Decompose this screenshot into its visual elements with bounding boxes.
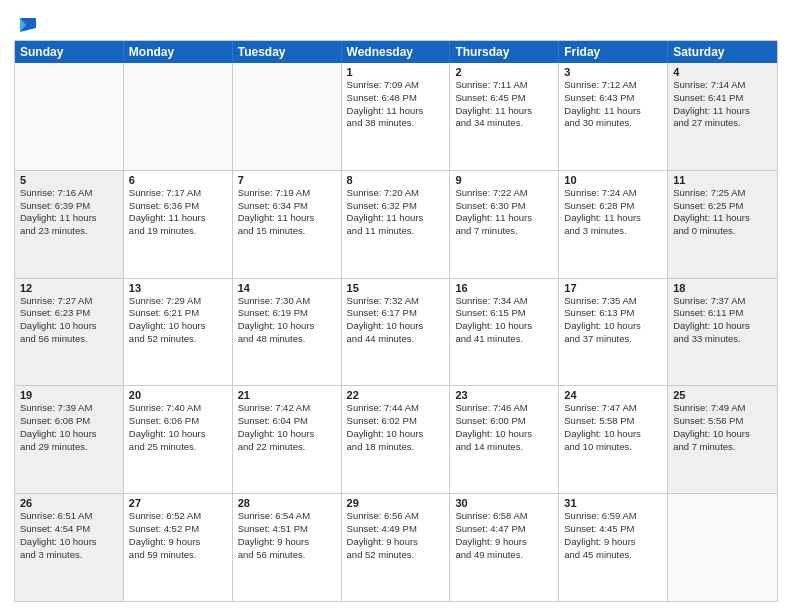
cal-cell-16: 16Sunrise: 7:34 AMSunset: 6:15 PMDayligh…: [450, 279, 559, 386]
col-header-wednesday: Wednesday: [342, 41, 451, 63]
cal-cell-2: 2Sunrise: 7:11 AMSunset: 6:45 PMDaylight…: [450, 63, 559, 170]
cal-cell-6: 6Sunrise: 7:17 AMSunset: 6:36 PMDaylight…: [124, 171, 233, 278]
day-info: Sunrise: 7:17 AMSunset: 6:36 PMDaylight:…: [129, 187, 227, 238]
day-info: Sunrise: 6:54 AMSunset: 4:51 PMDaylight:…: [238, 510, 336, 561]
day-number: 5: [20, 174, 118, 186]
col-header-monday: Monday: [124, 41, 233, 63]
cal-cell-19: 19Sunrise: 7:39 AMSunset: 6:08 PMDayligh…: [15, 386, 124, 493]
col-header-tuesday: Tuesday: [233, 41, 342, 63]
day-number: 31: [564, 497, 662, 509]
day-number: 18: [673, 282, 772, 294]
day-info: Sunrise: 7:11 AMSunset: 6:45 PMDaylight:…: [455, 79, 553, 130]
day-info: Sunrise: 7:40 AMSunset: 6:06 PMDaylight:…: [129, 402, 227, 453]
cal-cell-29: 29Sunrise: 6:56 AMSunset: 4:49 PMDayligh…: [342, 494, 451, 601]
day-info: Sunrise: 7:12 AMSunset: 6:43 PMDaylight:…: [564, 79, 662, 130]
day-info: Sunrise: 7:29 AMSunset: 6:21 PMDaylight:…: [129, 295, 227, 346]
cal-cell-12: 12Sunrise: 7:27 AMSunset: 6:23 PMDayligh…: [15, 279, 124, 386]
cal-cell-18: 18Sunrise: 7:37 AMSunset: 6:11 PMDayligh…: [668, 279, 777, 386]
cal-cell-7: 7Sunrise: 7:19 AMSunset: 6:34 PMDaylight…: [233, 171, 342, 278]
day-info: Sunrise: 7:37 AMSunset: 6:11 PMDaylight:…: [673, 295, 772, 346]
logo-icon: [16, 14, 38, 36]
day-number: 9: [455, 174, 553, 186]
day-info: Sunrise: 7:24 AMSunset: 6:28 PMDaylight:…: [564, 187, 662, 238]
day-number: 2: [455, 66, 553, 78]
day-number: 19: [20, 389, 118, 401]
logo: [14, 14, 38, 34]
cal-cell-empty: [15, 63, 124, 170]
day-info: Sunrise: 7:49 AMSunset: 5:56 PMDaylight:…: [673, 402, 772, 453]
day-info: Sunrise: 7:34 AMSunset: 6:15 PMDaylight:…: [455, 295, 553, 346]
day-number: 10: [564, 174, 662, 186]
day-number: 12: [20, 282, 118, 294]
day-info: Sunrise: 7:42 AMSunset: 6:04 PMDaylight:…: [238, 402, 336, 453]
day-info: Sunrise: 7:25 AMSunset: 6:25 PMDaylight:…: [673, 187, 772, 238]
cal-cell-empty: [233, 63, 342, 170]
day-number: 8: [347, 174, 445, 186]
day-info: Sunrise: 6:51 AMSunset: 4:54 PMDaylight:…: [20, 510, 118, 561]
day-number: 16: [455, 282, 553, 294]
day-number: 25: [673, 389, 772, 401]
col-header-friday: Friday: [559, 41, 668, 63]
col-header-sunday: Sunday: [15, 41, 124, 63]
cal-cell-10: 10Sunrise: 7:24 AMSunset: 6:28 PMDayligh…: [559, 171, 668, 278]
day-info: Sunrise: 7:47 AMSunset: 5:58 PMDaylight:…: [564, 402, 662, 453]
day-info: Sunrise: 7:20 AMSunset: 6:32 PMDaylight:…: [347, 187, 445, 238]
cal-cell-27: 27Sunrise: 6:52 AMSunset: 4:52 PMDayligh…: [124, 494, 233, 601]
cal-cell-24: 24Sunrise: 7:47 AMSunset: 5:58 PMDayligh…: [559, 386, 668, 493]
calendar-body: 1Sunrise: 7:09 AMSunset: 6:48 PMDaylight…: [15, 63, 777, 601]
page: SundayMondayTuesdayWednesdayThursdayFrid…: [0, 0, 792, 612]
day-info: Sunrise: 7:16 AMSunset: 6:39 PMDaylight:…: [20, 187, 118, 238]
header: [14, 10, 778, 34]
week-row-4: 19Sunrise: 7:39 AMSunset: 6:08 PMDayligh…: [15, 386, 777, 494]
cal-cell-25: 25Sunrise: 7:49 AMSunset: 5:56 PMDayligh…: [668, 386, 777, 493]
cal-cell-4: 4Sunrise: 7:14 AMSunset: 6:41 PMDaylight…: [668, 63, 777, 170]
cal-cell-empty: [124, 63, 233, 170]
day-info: Sunrise: 6:52 AMSunset: 4:52 PMDaylight:…: [129, 510, 227, 561]
cal-cell-8: 8Sunrise: 7:20 AMSunset: 6:32 PMDaylight…: [342, 171, 451, 278]
day-info: Sunrise: 7:46 AMSunset: 6:00 PMDaylight:…: [455, 402, 553, 453]
week-row-5: 26Sunrise: 6:51 AMSunset: 4:54 PMDayligh…: [15, 494, 777, 601]
day-number: 29: [347, 497, 445, 509]
cal-cell-20: 20Sunrise: 7:40 AMSunset: 6:06 PMDayligh…: [124, 386, 233, 493]
day-info: Sunrise: 7:22 AMSunset: 6:30 PMDaylight:…: [455, 187, 553, 238]
day-info: Sunrise: 7:32 AMSunset: 6:17 PMDaylight:…: [347, 295, 445, 346]
cal-cell-14: 14Sunrise: 7:30 AMSunset: 6:19 PMDayligh…: [233, 279, 342, 386]
day-number: 20: [129, 389, 227, 401]
cal-cell-21: 21Sunrise: 7:42 AMSunset: 6:04 PMDayligh…: [233, 386, 342, 493]
week-row-2: 5Sunrise: 7:16 AMSunset: 6:39 PMDaylight…: [15, 171, 777, 279]
day-number: 22: [347, 389, 445, 401]
day-info: Sunrise: 7:27 AMSunset: 6:23 PMDaylight:…: [20, 295, 118, 346]
day-number: 13: [129, 282, 227, 294]
day-info: Sunrise: 6:58 AMSunset: 4:47 PMDaylight:…: [455, 510, 553, 561]
day-number: 23: [455, 389, 553, 401]
cal-cell-1: 1Sunrise: 7:09 AMSunset: 6:48 PMDaylight…: [342, 63, 451, 170]
day-number: 30: [455, 497, 553, 509]
day-info: Sunrise: 7:14 AMSunset: 6:41 PMDaylight:…: [673, 79, 772, 130]
day-number: 17: [564, 282, 662, 294]
day-number: 26: [20, 497, 118, 509]
day-info: Sunrise: 7:35 AMSunset: 6:13 PMDaylight:…: [564, 295, 662, 346]
cal-cell-22: 22Sunrise: 7:44 AMSunset: 6:02 PMDayligh…: [342, 386, 451, 493]
day-number: 27: [129, 497, 227, 509]
calendar-header-row: SundayMondayTuesdayWednesdayThursdayFrid…: [15, 41, 777, 63]
cal-cell-13: 13Sunrise: 7:29 AMSunset: 6:21 PMDayligh…: [124, 279, 233, 386]
day-number: 28: [238, 497, 336, 509]
calendar: SundayMondayTuesdayWednesdayThursdayFrid…: [14, 40, 778, 602]
day-number: 7: [238, 174, 336, 186]
cal-cell-11: 11Sunrise: 7:25 AMSunset: 6:25 PMDayligh…: [668, 171, 777, 278]
day-info: Sunrise: 7:30 AMSunset: 6:19 PMDaylight:…: [238, 295, 336, 346]
day-info: Sunrise: 6:56 AMSunset: 4:49 PMDaylight:…: [347, 510, 445, 561]
cal-cell-30: 30Sunrise: 6:58 AMSunset: 4:47 PMDayligh…: [450, 494, 559, 601]
col-header-thursday: Thursday: [450, 41, 559, 63]
day-info: Sunrise: 7:39 AMSunset: 6:08 PMDaylight:…: [20, 402, 118, 453]
cal-cell-5: 5Sunrise: 7:16 AMSunset: 6:39 PMDaylight…: [15, 171, 124, 278]
cal-cell-23: 23Sunrise: 7:46 AMSunset: 6:00 PMDayligh…: [450, 386, 559, 493]
week-row-3: 12Sunrise: 7:27 AMSunset: 6:23 PMDayligh…: [15, 279, 777, 387]
cal-cell-26: 26Sunrise: 6:51 AMSunset: 4:54 PMDayligh…: [15, 494, 124, 601]
day-info: Sunrise: 6:59 AMSunset: 4:45 PMDaylight:…: [564, 510, 662, 561]
day-number: 6: [129, 174, 227, 186]
day-number: 15: [347, 282, 445, 294]
day-number: 14: [238, 282, 336, 294]
cal-cell-31: 31Sunrise: 6:59 AMSunset: 4:45 PMDayligh…: [559, 494, 668, 601]
day-info: Sunrise: 7:44 AMSunset: 6:02 PMDaylight:…: [347, 402, 445, 453]
